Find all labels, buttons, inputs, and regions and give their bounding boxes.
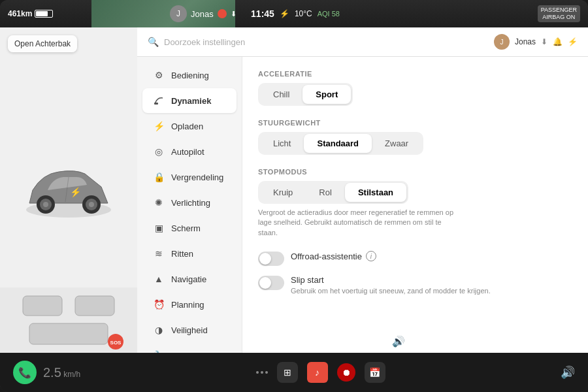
sidebar-item-navigatie[interactable]: ▲ Navigatie <box>142 267 237 291</box>
sidebar-label-veiligheid: Veiligheid <box>171 325 208 335</box>
svg-text:SOS: SOS <box>110 340 122 346</box>
time-display: 11:45 <box>251 8 274 19</box>
acceleratie-button-group: Chill Sport <box>258 83 353 106</box>
slip-start-label: Slip start <box>291 275 572 285</box>
svg-rect-10 <box>75 296 114 316</box>
sidebar-nav: ⚙ Bediening Dynamiek ⚡ Opladen ◎ <box>137 57 242 353</box>
sidebar-label-bediening: Bediening <box>171 71 209 80</box>
dynamiek-icon <box>153 95 165 106</box>
screen-container: 461km J Jonas ⬇ 11:45 ⚡ 10°C AQI 58 PASS… <box>0 0 588 392</box>
battery-fill <box>36 11 48 16</box>
btn-licht[interactable]: Licht <box>260 134 304 153</box>
svg-point-3 <box>43 202 48 207</box>
temperature: 10°C <box>295 9 312 18</box>
aqi-label: AQI 58 <box>318 10 340 18</box>
battery-bar-icon <box>35 10 53 18</box>
sidebar-item-autopilot[interactable]: ◎ Autopilot <box>142 139 237 164</box>
btn-sport[interactable]: Sport <box>302 85 351 104</box>
stuurgewicht-section: Stuurgewicht Licht Standaard Zwaar <box>258 119 572 155</box>
volume-icon-main[interactable]: 🔊 <box>392 335 405 348</box>
sidebar-item-opladen[interactable]: ⚡ Opladen <box>142 114 237 139</box>
btn-standaard[interactable]: Standaard <box>304 134 372 153</box>
sidebar-label-vergrendeling: Vergrendeling <box>171 172 223 182</box>
acceleratie-section: Acceleratie Chill Sport <box>258 70 572 106</box>
slip-start-label-group: Slip start Gebruik om het voertuig uit s… <box>291 275 572 296</box>
avatar: J <box>170 5 187 22</box>
open-achterbak-button[interactable]: Open Achterbak <box>8 35 77 52</box>
sidebar-label-navigatie: Navigatie <box>171 274 206 284</box>
phone-call-icon[interactable]: 📞 <box>13 361 37 384</box>
svg-rect-14 <box>154 103 158 105</box>
search-icon: 🔍 <box>148 37 159 47</box>
btn-kruip[interactable]: Kruip <box>260 183 306 202</box>
car-illustration: ⚡ <box>16 151 121 229</box>
svg-rect-11 <box>29 323 108 344</box>
sidebar-label-ritten: Ritten <box>171 249 193 259</box>
search-placeholder[interactable]: Doorzoek instellingen <box>164 37 245 47</box>
volume-taskbar-icon[interactable]: 🔊 <box>561 365 575 380</box>
bottom-left: 📞 2.5 km/h <box>13 361 80 384</box>
sun-icon: ⚡ <box>280 9 289 18</box>
taskbar-record-icon[interactable]: ⏺ <box>337 363 355 382</box>
bediening-icon: ⚙ <box>153 69 165 81</box>
status-left: 461km <box>8 9 53 18</box>
settings-panel: 🔍 Doorzoek instellingen J Jonas ⬇ 🔔 ⚡ ⚙ … <box>137 27 588 353</box>
offroad-row: Offroad-assistentie i <box>258 251 572 266</box>
autopilot-icon: ◎ <box>153 146 165 157</box>
veiligheid-icon: ◑ <box>153 324 165 336</box>
sidebar-item-service[interactable]: 🔧 Service <box>142 343 237 353</box>
offroad-toggle[interactable] <box>258 252 284 266</box>
ritten-icon: ≋ <box>153 248 165 259</box>
btn-rol[interactable]: Rol <box>306 183 345 202</box>
stopmodus-description: Vergroot de actieradius door meer regene… <box>258 208 454 238</box>
slip-start-row: Slip start Gebruik om het voertuig uit s… <box>258 275 572 296</box>
btn-chill[interactable]: Chill <box>260 85 302 104</box>
taskbar-music-icon[interactable]: ♪ <box>307 362 328 383</box>
bluetooth-icon: ⚡ <box>568 37 578 46</box>
stopmodus-label: Stopmodus <box>258 168 572 176</box>
vergrendeling-icon: 🔒 <box>153 171 165 183</box>
btn-zwaar[interactable]: Zwaar <box>372 134 421 153</box>
btn-stilstaan[interactable]: Stilstaan <box>345 183 406 202</box>
stopmodus-button-group: Kruip Rol Stilstaan <box>258 181 408 204</box>
sidebar-label-planning: Planning <box>171 300 204 310</box>
planning-icon: ⏰ <box>153 299 165 310</box>
slip-start-toggle[interactable] <box>258 276 284 290</box>
offroad-info-icon[interactable]: i <box>366 251 376 261</box>
offroad-label-group: Offroad-assistentie i <box>291 251 572 261</box>
sidebar-label-opladen: Opladen <box>171 122 203 131</box>
offroad-label: Offroad-assistentie i <box>291 251 572 261</box>
search-user-avatar: J <box>494 34 510 50</box>
status-bar: 461km J Jonas ⬇ 11:45 ⚡ 10°C AQI 58 PASS… <box>0 0 588 27</box>
floor-plan: SOS <box>0 287 137 353</box>
settings-content-dynamiek: Acceleratie Chill Sport Stuurgewicht Lic… <box>242 57 588 353</box>
content-area: ⚙ Bediening Dynamiek ⚡ Opladen ◎ <box>137 57 588 353</box>
taskbar-home-icon[interactable]: ⊞ <box>277 362 298 383</box>
sidebar-item-planning[interactable]: ⏰ Planning <box>142 292 237 317</box>
download-icon: ⬇ <box>231 10 237 18</box>
sidebar-item-veiligheid[interactable]: ◑ Veiligheid <box>142 318 237 342</box>
svg-rect-9 <box>23 296 62 316</box>
taskbar-calendar-icon[interactable]: 📅 <box>365 362 385 383</box>
profile-area: J Jonas ⬇ <box>170 5 237 22</box>
dot-menu[interactable] <box>256 371 268 374</box>
sidebar-item-dynamiek[interactable]: Dynamiek <box>142 88 237 113</box>
passenger-airbag-badge: PASSENGERAIRBAG ON <box>538 5 580 22</box>
sidebar-item-scherm[interactable]: ▣ Scherm <box>142 216 237 240</box>
sidebar-item-ritten[interactable]: ≋ Ritten <box>142 241 237 266</box>
sidebar-label-dynamiek: Dynamiek <box>171 96 211 106</box>
sidebar-item-vergrendeling[interactable]: 🔒 Vergrendeling <box>142 165 237 189</box>
bell-icon: 🔔 <box>553 37 563 46</box>
search-bar: 🔍 Doorzoek instellingen J Jonas ⬇ 🔔 ⚡ <box>137 27 588 57</box>
search-right: J Jonas ⬇ 🔔 ⚡ <box>494 34 578 50</box>
offroad-toggle-knob <box>259 253 271 265</box>
bottom-center: ⊞ ♪ ⏺ 📅 <box>256 362 385 383</box>
seat-plan: SOS <box>10 291 127 350</box>
stopmodus-section: Stopmodus Kruip Rol Stilstaan Vergroot d… <box>258 168 572 238</box>
sidebar-item-bediening[interactable]: ⚙ Bediening <box>142 63 237 88</box>
battery-km: 461km <box>8 9 32 18</box>
sidebar-label-autopilot: Autopilot <box>171 147 204 157</box>
acceleratie-label: Acceleratie <box>258 70 572 78</box>
svg-text:⚡: ⚡ <box>70 187 82 198</box>
sidebar-item-verlichting[interactable]: ✺ Verlichting <box>142 190 237 215</box>
